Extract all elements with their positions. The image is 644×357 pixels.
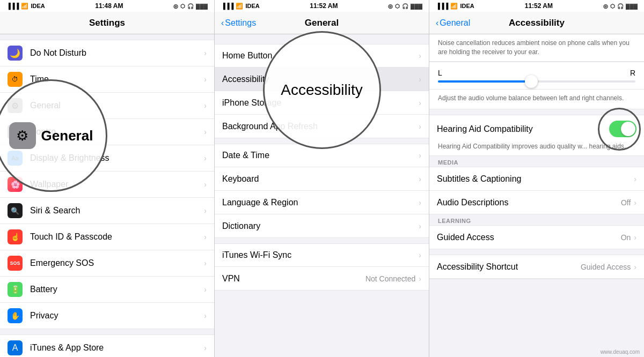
panel-accessibility: ▐▐▐ 📶 IDEA 11:52 AM ◎ ⬡ 🎧 ▓▓▓ ‹ General … xyxy=(429,0,644,357)
time-2: 11:52 AM xyxy=(310,2,338,10)
chevron-icon: › xyxy=(204,233,207,241)
chevron-icon: › xyxy=(204,101,207,110)
row-accessibility-shortcut[interactable]: Accessibility Shortcut Guided Access › xyxy=(429,255,644,279)
back-to-general[interactable]: ‹ General xyxy=(436,18,470,28)
carrier-3: IDEA xyxy=(460,3,474,9)
callout-general-label: General xyxy=(41,128,93,144)
language-region-label: Language & Region xyxy=(222,198,419,207)
nav-title-1: Settings xyxy=(89,18,125,28)
panel-settings: ▐▐▐ 📶 IDEA 11:48 AM ◎ ⬡ 🎧 ▓▓▓ Settings ⚙… xyxy=(0,0,215,357)
row-vpn[interactable]: VPN Not Connected › xyxy=(215,267,429,291)
chevron-icon: › xyxy=(204,128,207,136)
dictionary-label: Dictionary xyxy=(222,221,419,231)
general-list-2: Date & Time › Keyboard › Language & Regi… xyxy=(215,144,429,238)
slider-thumb[interactable] xyxy=(525,75,538,88)
toggle-container xyxy=(609,121,636,137)
volume-description: Adjust the audio volume balance between … xyxy=(429,90,644,110)
row-dictionary[interactable]: Dictionary › xyxy=(215,214,429,238)
chevron-icon: › xyxy=(204,75,207,84)
itunes-icon: A xyxy=(8,340,23,355)
headphone-icon-3: 🎧 xyxy=(617,3,624,9)
chevron-icon: › xyxy=(634,198,636,207)
hearing-aid-desc: Hearing Aid Compatibility improves audio… xyxy=(429,143,644,155)
carrier-2: IDEA xyxy=(245,3,259,9)
noise-description: Noise cancellation reduces ambient noise… xyxy=(429,34,644,62)
itunes-label: iTunes & App Store xyxy=(30,343,204,353)
signal-icon: ▐▐▐ xyxy=(6,3,19,9)
chevron-icon: › xyxy=(419,175,421,183)
emergency-sos-label: Emergency SOS xyxy=(30,258,204,268)
touch-id-label: Touch ID & Passcode xyxy=(30,232,204,242)
subtitles-label: Subtitles & Captioning xyxy=(437,174,634,184)
slider-right-label: R xyxy=(630,69,635,77)
panel-general: ▐▐▐ 📶 IDEA 11:52 AM ◎ ⬡ 🎧 ▓▓▓ ‹ Settings… xyxy=(215,0,429,357)
row-touch-id[interactable]: ☝ Touch ID & Passcode › xyxy=(0,224,214,250)
row-battery[interactable]: 🔋 Battery › xyxy=(0,277,214,303)
slider-labels: L R xyxy=(438,69,635,77)
chevron-icon: › xyxy=(419,274,421,283)
battery-icon: ▓▓▓ xyxy=(196,3,208,9)
row-guided-access[interactable]: Guided Access On › xyxy=(429,226,644,249)
status-icons-1: ◎ ⬡ 🎧 ▓▓▓ xyxy=(173,3,208,9)
callout-content: ⚙ General xyxy=(9,122,93,149)
row-do-not-disturb[interactable]: 🌙 Do Not Disturb › xyxy=(0,40,214,66)
bluetooth-icon: ⬡ xyxy=(180,3,185,9)
chevron-icon: › xyxy=(419,122,421,131)
do-not-disturb-icon: 🌙 xyxy=(8,46,23,61)
row-itunes[interactable]: A iTunes & App Store › xyxy=(0,334,214,357)
time-3: 11:52 AM xyxy=(525,2,553,10)
chevron-icon: › xyxy=(204,285,207,294)
chevron-icon: › xyxy=(204,180,207,189)
location-icon-3: ◎ xyxy=(603,3,608,9)
status-carrier-1: ▐▐▐ 📶 IDEA xyxy=(6,3,45,10)
toggle-knob xyxy=(621,122,635,136)
chevron-icon: › xyxy=(419,198,421,207)
chevron-icon: › xyxy=(419,222,421,230)
chevron-icon: › xyxy=(419,75,421,84)
status-left-3: ▐▐▐ 📶 IDEA xyxy=(436,3,474,10)
row-audio-descriptions[interactable]: Audio Descriptions Off › xyxy=(429,191,644,214)
status-bar-1: ▐▐▐ 📶 IDEA 11:48 AM ◎ ⬡ 🎧 ▓▓▓ xyxy=(0,0,214,12)
nav-title-2: General xyxy=(305,18,339,28)
back-label-2: Settings xyxy=(225,18,256,28)
hearing-aid-toggle[interactable] xyxy=(609,121,636,137)
siri-icon: 🔍 xyxy=(8,203,23,218)
back-to-settings[interactable]: ‹ Settings xyxy=(221,18,256,28)
vpn-label: VPN xyxy=(222,274,365,284)
row-emergency-sos[interactable]: SOS Emergency SOS › xyxy=(0,250,214,277)
callout-accessibility-label: Accessibility xyxy=(281,81,362,99)
headphone-icon: 🎧 xyxy=(187,3,194,9)
status-icons-3: ◎ ⬡ 🎧 ▓▓▓ xyxy=(603,3,638,9)
learning-section: Guided Access On › xyxy=(429,225,644,249)
keyboard-label: Keyboard xyxy=(222,174,419,184)
back-chevron-3: ‹ xyxy=(436,18,438,28)
chevron-icon: › xyxy=(204,344,207,352)
row-privacy[interactable]: ✋ Privacy › xyxy=(0,303,214,329)
guided-access-label: Guided Access xyxy=(437,233,621,242)
battery-label: Battery xyxy=(30,285,204,294)
nav-title-3: Accessibility xyxy=(509,18,565,28)
shortcut-section: Accessibility Shortcut Guided Access › xyxy=(429,255,644,279)
wifi-icon-2: 📶 xyxy=(236,3,243,10)
back-label-3: General xyxy=(440,18,470,28)
row-subtitles[interactable]: Subtitles & Captioning › xyxy=(429,167,644,191)
callout-accessibility: Accessibility xyxy=(263,31,381,149)
row-keyboard[interactable]: Keyboard › xyxy=(215,167,429,191)
status-icons-2: ◎ ⬡ 🎧 ▓▓▓ xyxy=(388,3,422,9)
status-bar-3: ▐▐▐ 📶 IDEA 11:52 AM ◎ ⬡ 🎧 ▓▓▓ xyxy=(429,0,644,12)
hearing-aid-label: Hearing Aid Compatibility xyxy=(437,124,609,134)
row-siri[interactable]: 🔍 Siri & Search › xyxy=(0,198,214,224)
chevron-icon: › xyxy=(204,154,207,162)
vpn-value: Not Connected xyxy=(365,274,415,283)
row-language-region[interactable]: Language & Region › xyxy=(215,191,429,214)
volume-slider-track[interactable] xyxy=(438,80,635,83)
general-icon: ⚙ xyxy=(9,122,36,149)
nav-bar-1: Settings xyxy=(0,12,214,34)
itunes-wifi-label: iTunes Wi-Fi Sync xyxy=(222,250,419,260)
bluetooth-icon-3: ⬡ xyxy=(610,3,615,9)
headphone-icon-2: 🎧 xyxy=(402,3,408,9)
back-chevron: ‹ xyxy=(221,18,224,28)
row-itunes-wifi[interactable]: iTunes Wi-Fi Sync › xyxy=(215,243,429,267)
chevron-icon: › xyxy=(634,263,636,271)
signal-icon-2: ▐▐▐ xyxy=(221,3,233,9)
